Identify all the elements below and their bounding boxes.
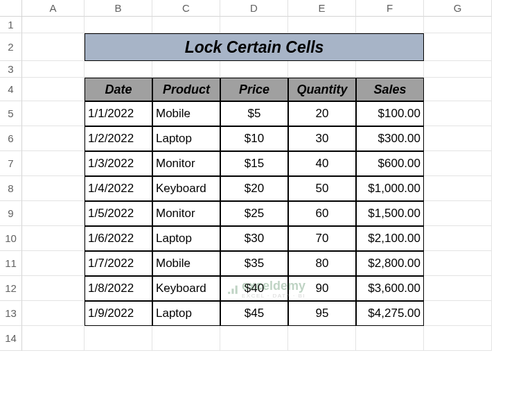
cell-A5[interactable] [22, 101, 85, 126]
cell-E3[interactable] [288, 61, 356, 78]
cell-price[interactable]: $5 [220, 101, 288, 126]
cell-G5[interactable] [424, 101, 492, 126]
cell-A4[interactable] [22, 78, 85, 101]
cell-price[interactable]: $30 [220, 226, 288, 251]
row-header-11[interactable]: 11 [0, 251, 22, 276]
table-header-quantity[interactable]: Quantity [288, 78, 356, 101]
cell-sales[interactable]: $2,100.00 [356, 226, 424, 251]
cell-F14[interactable] [356, 326, 424, 351]
cell-G6[interactable] [424, 126, 492, 151]
column-header-A[interactable]: A [22, 0, 85, 17]
cell-quantity[interactable]: 20 [288, 101, 356, 126]
cell-C14[interactable] [152, 326, 220, 351]
cell-quantity[interactable]: 50 [288, 176, 356, 201]
cell-quantity[interactable]: 95 [288, 301, 356, 326]
cell-G11[interactable] [424, 251, 492, 276]
cell-date[interactable]: 1/3/2022 [85, 151, 152, 176]
row-header-5[interactable]: 5 [0, 101, 22, 126]
column-header-G[interactable]: G [424, 0, 492, 17]
cell-G12[interactable] [424, 276, 492, 301]
cell-A11[interactable] [22, 251, 85, 276]
cell-price[interactable]: $45 [220, 301, 288, 326]
cell-G9[interactable] [424, 201, 492, 226]
cell-price[interactable]: $15 [220, 151, 288, 176]
cell-A14[interactable] [22, 326, 85, 351]
table-header-price[interactable]: Price [220, 78, 288, 101]
cell-date[interactable]: 1/4/2022 [85, 176, 152, 201]
cell-date[interactable]: 1/1/2022 [85, 101, 152, 126]
cell-G14[interactable] [424, 326, 492, 351]
table-header-sales[interactable]: Sales [356, 78, 424, 101]
cell-quantity[interactable]: 90 [288, 276, 356, 301]
column-header-D[interactable]: D [220, 0, 288, 17]
cell-product[interactable]: Keyboard [152, 276, 220, 301]
cell-G8[interactable] [424, 176, 492, 201]
cell-A9[interactable] [22, 201, 85, 226]
cell-B1[interactable] [85, 17, 152, 33]
cell-D14[interactable] [220, 326, 288, 351]
cell-D3[interactable] [220, 61, 288, 78]
row-header-6[interactable]: 6 [0, 126, 22, 151]
cell-price[interactable]: $35 [220, 251, 288, 276]
cell-sales[interactable]: $2,800.00 [356, 251, 424, 276]
row-header-14[interactable]: 14 [0, 326, 22, 351]
table-header-date[interactable]: Date [85, 78, 152, 101]
row-header-12[interactable]: 12 [0, 276, 22, 301]
row-header-1[interactable]: 1 [0, 17, 22, 33]
cell-sales[interactable]: $300.00 [356, 126, 424, 151]
row-header-3[interactable]: 3 [0, 61, 22, 78]
cell-sales[interactable]: $600.00 [356, 151, 424, 176]
cell-quantity[interactable]: 30 [288, 126, 356, 151]
cell-product[interactable]: Monitor [152, 151, 220, 176]
cell-quantity[interactable]: 80 [288, 251, 356, 276]
cell-B14[interactable] [85, 326, 152, 351]
cell-date[interactable]: 1/5/2022 [85, 201, 152, 226]
cell-date[interactable]: 1/9/2022 [85, 301, 152, 326]
column-header-F[interactable]: F [356, 0, 424, 17]
spreadsheet-grid[interactable]: ABCDEFG12Lock Certain Cells34DateProduct… [0, 0, 532, 351]
row-header-7[interactable]: 7 [0, 151, 22, 176]
cell-quantity[interactable]: 60 [288, 201, 356, 226]
cell-E14[interactable] [288, 326, 356, 351]
cell-B3[interactable] [85, 61, 152, 78]
cell-G4[interactable] [424, 78, 492, 101]
row-header-2[interactable]: 2 [0, 33, 22, 61]
cell-product[interactable]: Laptop [152, 126, 220, 151]
cell-quantity[interactable]: 40 [288, 151, 356, 176]
cell-A12[interactable] [22, 276, 85, 301]
cell-sales[interactable]: $1,000.00 [356, 176, 424, 201]
cell-price[interactable]: $10 [220, 126, 288, 151]
cell-product[interactable]: Monitor [152, 201, 220, 226]
column-header-E[interactable]: E [288, 0, 356, 17]
column-header-C[interactable]: C [152, 0, 220, 17]
cell-quantity[interactable]: 70 [288, 226, 356, 251]
cell-A3[interactable] [22, 61, 85, 78]
cell-F3[interactable] [356, 61, 424, 78]
cell-date[interactable]: 1/7/2022 [85, 251, 152, 276]
cell-D1[interactable] [220, 17, 288, 33]
cell-A6[interactable] [22, 126, 85, 151]
cell-product[interactable]: Mobile [152, 101, 220, 126]
cell-date[interactable]: 1/8/2022 [85, 276, 152, 301]
cell-A1[interactable] [22, 17, 85, 33]
cell-product[interactable]: Mobile [152, 251, 220, 276]
cell-price[interactable]: $20 [220, 176, 288, 201]
column-header-B[interactable]: B [85, 0, 152, 17]
row-header-13[interactable]: 13 [0, 301, 22, 326]
row-header-8[interactable]: 8 [0, 176, 22, 201]
cell-G3[interactable] [424, 61, 492, 78]
cell-G7[interactable] [424, 151, 492, 176]
cell-date[interactable]: 1/6/2022 [85, 226, 152, 251]
cell-A8[interactable] [22, 176, 85, 201]
cell-A10[interactable] [22, 226, 85, 251]
cell-sales[interactable]: $4,275.00 [356, 301, 424, 326]
row-header-9[interactable]: 9 [0, 201, 22, 226]
cell-A7[interactable] [22, 151, 85, 176]
row-header-4[interactable]: 4 [0, 78, 22, 101]
cell-product[interactable]: Keyboard [152, 176, 220, 201]
cell-F1[interactable] [356, 17, 424, 33]
cell-G2[interactable] [424, 33, 492, 61]
cell-date[interactable]: 1/2/2022 [85, 126, 152, 151]
cell-G1[interactable] [424, 17, 492, 33]
cell-E1[interactable] [288, 17, 356, 33]
